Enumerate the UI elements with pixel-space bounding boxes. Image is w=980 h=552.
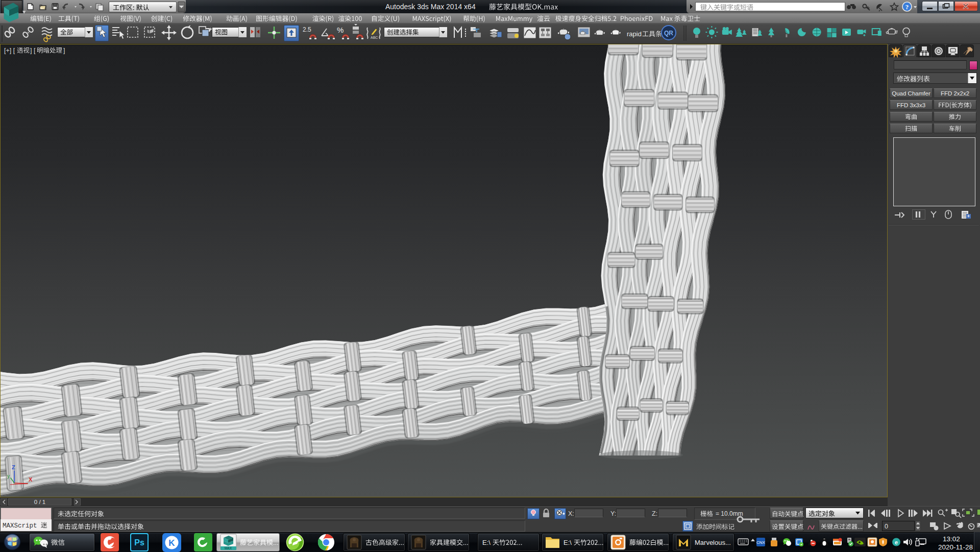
svg-text:Autodesk 3ds Max 2014 x64: Autodesk 3ds Max 2014 x64 <box>385 3 476 11</box>
svg-text:Quad Chamfer: Quad Chamfer <box>892 90 930 97</box>
svg-text:CNX: CNX <box>756 540 766 545</box>
svg-text:2.5: 2.5 <box>303 26 311 33</box>
svg-text:E:\: E:\ <box>482 539 491 546</box>
svg-text:QR: QR <box>664 30 673 37</box>
svg-text:ABC: ABC <box>371 36 378 39</box>
svg-text:rapid: rapid <box>627 30 642 38</box>
svg-text:Y:: Y: <box>610 510 616 517</box>
svg-text:0: 0 <box>885 523 888 530</box>
svg-text:FFD 3x3x3: FFD 3x3x3 <box>897 102 925 108</box>
svg-text:MAXScript: MAXScript <box>3 522 37 530</box>
svg-text:0 / 1: 0 / 1 <box>34 499 45 505</box>
svg-text:Marvelous...: Marvelous... <box>695 539 731 546</box>
svg-text:= 10.0mm: = 10.0mm <box>716 510 743 517</box>
svg-text:E:\: E:\ <box>564 539 572 546</box>
svg-text:%: % <box>337 26 344 34</box>
svg-text:e: e <box>895 539 898 545</box>
svg-text:Z:: Z: <box>652 510 657 517</box>
svg-text:13:02: 13:02 <box>943 535 960 543</box>
svg-text:Ps: Ps <box>134 538 144 547</box>
svg-text:MAX: MAX <box>225 546 232 550</box>
svg-text:] [: ] [ <box>30 47 36 54</box>
svg-text:[+] [: [+] [ <box>4 47 15 54</box>
svg-text:2020-11-28: 2020-11-28 <box>938 543 973 551</box>
svg-text:?: ? <box>905 3 909 11</box>
svg-text:X:: X: <box>568 510 574 517</box>
svg-text:FFD 2x2x2: FFD 2x2x2 <box>941 90 969 97</box>
svg-text:]: ] <box>63 47 65 54</box>
svg-text:K: K <box>168 538 175 548</box>
